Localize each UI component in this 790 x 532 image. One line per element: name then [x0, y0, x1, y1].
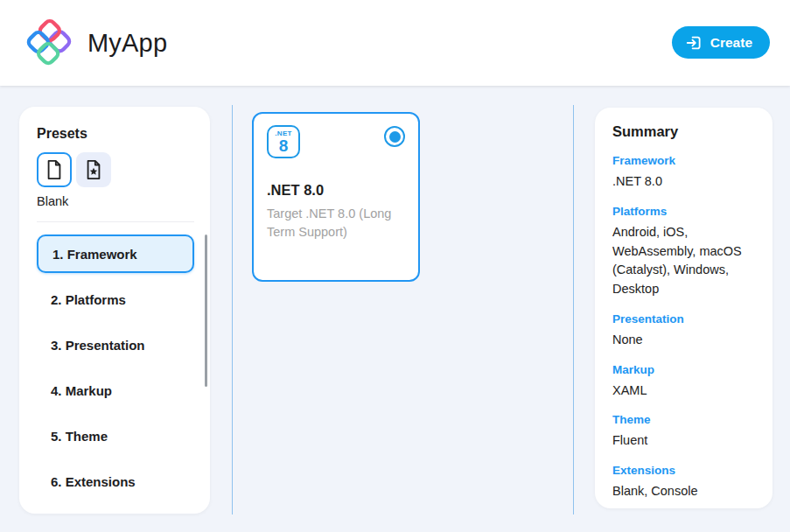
wizard-sidebar: Presets Blank 1. Framework 2. Platforms …: [19, 107, 210, 514]
starred-document-icon: [84, 159, 103, 180]
summary-label: Markup: [612, 363, 755, 376]
enter-arrow-icon: [685, 34, 703, 52]
presets-heading: Presets: [37, 126, 210, 142]
summary-label: Theme: [612, 413, 755, 426]
preset-options: [37, 152, 210, 187]
summary-section-extensions: Extensions Blank, Console: [612, 464, 755, 501]
card-description: Target .NET 8.0 (Long Term Support): [267, 205, 405, 242]
summary-section-framework: Framework .NET 8.0: [612, 154, 755, 192]
card-title: .NET 8.0: [267, 182, 405, 199]
summary-value: Fluent: [612, 431, 755, 451]
summary-value: Android, iOS, WebAssembly, macOS (Cataly…: [612, 223, 755, 299]
column-divider-right: [573, 105, 574, 514]
app-title: MyApp: [87, 29, 167, 58]
step-framework[interactable]: 1. Framework: [37, 234, 194, 273]
preset-recommended-button[interactable]: [76, 152, 111, 187]
summary-value: None: [612, 331, 755, 350]
summary-heading: Summary: [612, 123, 755, 140]
framework-option-card[interactable]: .NET 8 .NET 8.0 Target .NET 8.0 (Long Te…: [252, 112, 420, 282]
summary-section-platforms: Platforms Android, iOS, WebAssembly, mac…: [612, 205, 755, 299]
summary-section-presentation: Presentation None: [612, 312, 755, 350]
summary-label: Framework: [612, 154, 755, 167]
step-theme[interactable]: 5. Theme: [37, 416, 194, 455]
selected-preset-label: Blank: [37, 194, 210, 208]
blank-document-icon: [45, 159, 64, 180]
step-extensions[interactable]: 6. Extensions: [37, 462, 194, 500]
step-presentation[interactable]: 3. Presentation: [37, 326, 194, 364]
preset-blank-button[interactable]: [37, 152, 72, 187]
dotnet-8-badge-icon: .NET 8: [267, 125, 300, 158]
wizard-steps-list: 1. Framework 2. Platforms 3. Presentatio…: [37, 234, 210, 500]
summary-section-theme: Theme Fluent: [612, 413, 755, 451]
summary-value: XAML: [612, 382, 755, 401]
create-button[interactable]: Create: [672, 26, 770, 59]
summary-value: Blank, Console: [612, 482, 755, 501]
app-header: MyApp Create: [0, 0, 790, 86]
presets-divider: [37, 221, 194, 222]
create-button-label: Create: [710, 35, 752, 51]
radio-selected-icon[interactable]: [384, 126, 405, 147]
sidebar-scrollbar[interactable]: [205, 234, 207, 387]
column-divider-left: [232, 105, 233, 514]
badge-number: 8: [279, 137, 289, 154]
summary-section-markup: Markup XAML: [612, 363, 755, 401]
step-platforms[interactable]: 2. Platforms: [37, 280, 194, 318]
app-logo-icon: [26, 18, 72, 67]
summary-label: Platforms: [612, 205, 755, 218]
step-markup[interactable]: 4. Markup: [37, 371, 194, 410]
summary-label: Extensions: [612, 464, 755, 477]
summary-label: Presentation: [612, 312, 755, 326]
summary-panel: Summary Framework .NET 8.0 Platforms And…: [595, 108, 773, 508]
card-top-row: .NET 8: [267, 125, 405, 158]
summary-value: .NET 8.0: [612, 172, 755, 192]
